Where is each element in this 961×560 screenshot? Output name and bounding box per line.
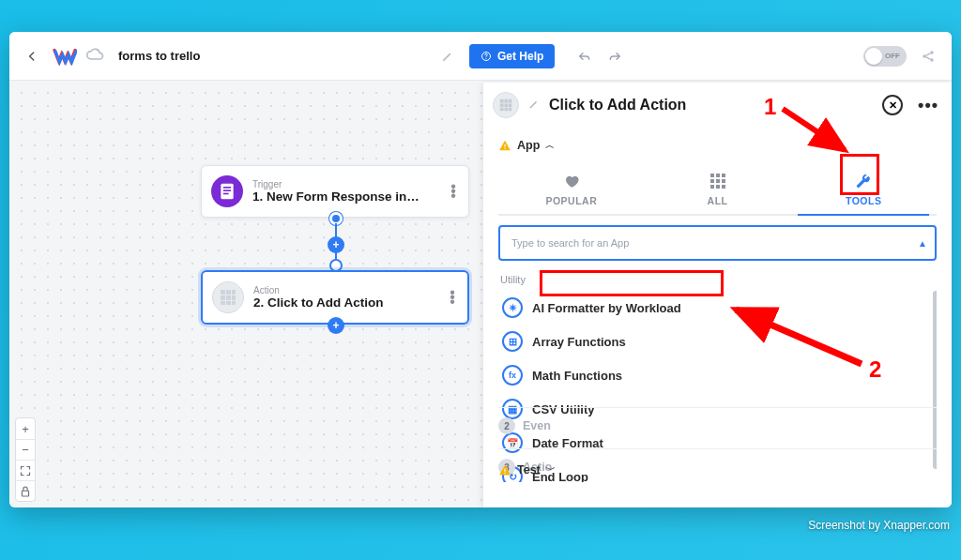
svg-rect-31 (722, 174, 725, 177)
svg-rect-24 (500, 108, 504, 111)
dropdown-caret-icon: ▲ (918, 238, 927, 249)
tab-tools[interactable]: TOOLS (790, 163, 937, 214)
edit-title-button[interactable] (435, 44, 460, 68)
add-step-button[interactable]: + (328, 236, 344, 253)
svg-rect-15 (226, 301, 231, 305)
svg-rect-10 (232, 290, 236, 295)
step-number-icon: 2 (498, 417, 515, 434)
svg-rect-33 (716, 179, 720, 183)
panel-more-button[interactable]: ••• (918, 96, 938, 115)
undo-redo-group (572, 43, 628, 69)
zoom-controls: + − (15, 417, 36, 502)
back-button[interactable] (21, 45, 43, 68)
app-item-label: Array Functions (532, 335, 626, 349)
svg-rect-29 (710, 174, 714, 177)
zoom-lock-button[interactable] (16, 480, 35, 501)
chevron-up-icon: ︿ (545, 139, 555, 152)
svg-rect-39 (504, 473, 505, 474)
app-item-ai-formatter[interactable]: ✴ AI Formatter by Workload (498, 291, 937, 325)
section-event: 2 Even (498, 407, 937, 444)
app-item-array-functions[interactable]: ⊞ Array Functions (498, 325, 937, 358)
svg-rect-21 (500, 103, 504, 107)
panel-header: Click to Add Action ✕ ••• (483, 83, 952, 126)
svg-rect-19 (504, 99, 508, 103)
share-icon (921, 49, 936, 64)
app-icon: ✴ (502, 297, 523, 318)
node-trigger-title: 1. New Form Response in… (252, 189, 436, 204)
app-item-label: AI Formatter by Workload (532, 301, 681, 315)
app-icon: ⊞ (502, 331, 523, 352)
svg-rect-8 (221, 290, 225, 295)
get-help-button[interactable]: Get Help (469, 44, 555, 68)
action-config-panel: Click to Add Action ✕ ••• App ︿ POPULAR … (482, 83, 952, 507)
heart-icon (563, 173, 580, 189)
panel-action-icon (493, 92, 519, 118)
share-button[interactable] (916, 44, 940, 68)
app-category-tabs: POPULAR ALL TOOLS (498, 163, 937, 216)
svg-rect-17 (22, 491, 28, 496)
action-placeholder-icon (212, 281, 244, 313)
svg-rect-16 (232, 301, 236, 305)
node-action-menu[interactable]: ••• (445, 291, 460, 305)
svg-rect-36 (716, 185, 720, 189)
app-icon: fx (502, 365, 523, 386)
expand-icon (20, 465, 31, 477)
svg-rect-20 (509, 99, 511, 103)
redo-icon (607, 50, 622, 63)
svg-rect-5 (223, 187, 231, 189)
svg-rect-22 (504, 103, 508, 107)
app-shell: forms to trello Get Help OFF Trigger 1. … (9, 32, 952, 507)
lock-icon (21, 486, 30, 497)
node-trigger-menu[interactable]: ••• (446, 185, 461, 199)
panel-close-button[interactable]: ✕ (882, 95, 903, 115)
grid-icon (709, 173, 726, 189)
svg-rect-34 (722, 179, 725, 183)
tab-popular[interactable]: POPULAR (498, 163, 645, 214)
wrench-icon (855, 173, 872, 189)
tab-all[interactable]: ALL (645, 163, 791, 214)
svg-rect-12 (226, 295, 231, 300)
node-trigger[interactable]: Trigger 1. New Form Response in… ••• (201, 165, 469, 218)
google-forms-icon (211, 175, 243, 207)
undo-icon (577, 50, 592, 63)
svg-rect-11 (221, 295, 225, 300)
screenshot-watermark: Screenshot by Xnapper.com (808, 519, 950, 532)
top-toolbar: forms to trello Get Help OFF (9, 32, 952, 81)
undo-button[interactable] (572, 43, 598, 69)
svg-rect-25 (504, 108, 508, 111)
workflow-title[interactable]: forms to trello (118, 49, 200, 63)
warning-icon (498, 463, 511, 477)
panel-title: Click to Add Action (549, 97, 686, 114)
chevron-left-icon (25, 50, 38, 63)
svg-rect-7 (223, 193, 229, 195)
section-action: 3 Actio (498, 448, 937, 485)
panel-edit-icon[interactable] (528, 98, 540, 113)
svg-rect-28 (504, 148, 505, 149)
workflow-enable-toggle[interactable]: OFF (863, 46, 907, 67)
app-item-label: Math Functions (532, 369, 622, 383)
svg-rect-32 (710, 179, 714, 183)
workload-logo (53, 44, 77, 68)
utility-group-label: Utility (500, 274, 937, 285)
svg-rect-37 (722, 185, 725, 189)
cloud-sync-icon (86, 48, 105, 65)
zoom-in-button[interactable]: + (16, 418, 35, 439)
redo-button[interactable] (602, 43, 628, 69)
app-item-math-functions[interactable]: fx Math Functions (498, 358, 937, 392)
section-event-label: Even (523, 419, 551, 432)
svg-rect-9 (226, 290, 231, 295)
chevron-down-icon: ﹀ (546, 463, 556, 477)
node-action-title: 2. Click to Add Action (253, 295, 435, 310)
svg-rect-23 (509, 103, 511, 107)
app-search-wrapper: ▲ (498, 225, 937, 261)
section-test-toggle[interactable]: Test ﹀ (498, 456, 556, 484)
zoom-out-button[interactable]: − (16, 439, 35, 460)
section-app-toggle[interactable]: App ︿ (498, 131, 937, 159)
svg-rect-14 (221, 301, 225, 305)
help-icon (480, 51, 492, 62)
pencil-icon (441, 50, 454, 63)
app-search-input[interactable] (498, 225, 937, 261)
add-step-after-button[interactable]: + (328, 317, 344, 334)
zoom-fit-button[interactable] (16, 460, 35, 480)
warning-icon (498, 139, 511, 152)
